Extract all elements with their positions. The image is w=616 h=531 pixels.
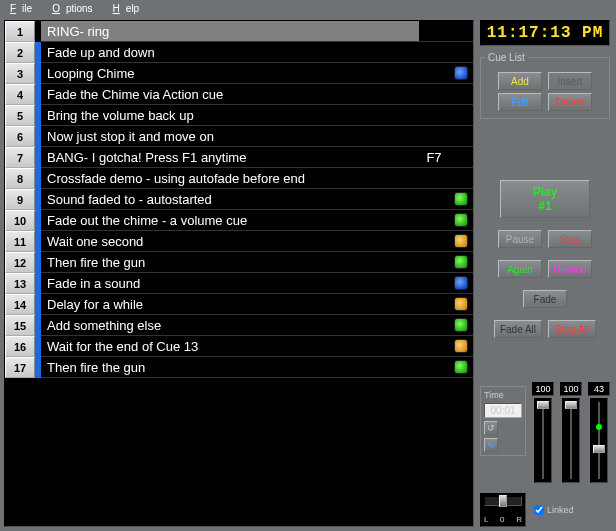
edit-button[interactable]: Edit bbox=[498, 93, 542, 111]
cue-description: Crossfade demo - using autofade before e… bbox=[41, 168, 419, 189]
add-button[interactable]: Add bbox=[498, 72, 542, 90]
cue-description: Then fire the gun bbox=[41, 357, 419, 378]
cue-list-legend: Cue List bbox=[485, 52, 528, 63]
clock-display: 11:17:13 PM bbox=[480, 20, 610, 46]
again-button[interactable]: Again bbox=[498, 260, 542, 278]
cue-number: 7 bbox=[5, 147, 35, 168]
cue-hotkey bbox=[419, 105, 449, 126]
cue-status-icon bbox=[449, 315, 473, 336]
cue-number: 14 bbox=[5, 294, 35, 315]
cue-number: 9 bbox=[5, 189, 35, 210]
pause-button[interactable]: Pause bbox=[498, 230, 542, 248]
cue-description: Wait for the end of Cue 13 bbox=[41, 336, 419, 357]
cue-number: 4 bbox=[5, 84, 35, 105]
cue-row[interactable]: 7BANG- I gotcha! Press F1 anytimeF7 bbox=[5, 147, 473, 168]
menu-file[interactable]: File bbox=[4, 2, 44, 15]
menu-options[interactable]: Options bbox=[46, 2, 104, 15]
cue-row[interactable]: 12Then fire the gun bbox=[5, 252, 473, 273]
cue-hotkey bbox=[419, 63, 449, 84]
play-button[interactable]: Play #1 bbox=[500, 180, 590, 218]
cue-number: 8 bbox=[5, 168, 35, 189]
cue-status-icon bbox=[449, 252, 473, 273]
cue-hotkey bbox=[419, 294, 449, 315]
cue-row[interactable]: 8Crossfade demo - using autofade before … bbox=[5, 168, 473, 189]
menu-help[interactable]: Help bbox=[107, 2, 152, 15]
cue-number: 11 bbox=[5, 231, 35, 252]
cue-row[interactable]: 9Sound faded to - autostarted bbox=[5, 189, 473, 210]
linked-checkbox-input[interactable] bbox=[534, 505, 544, 515]
time-reset-button[interactable]: ↺ bbox=[484, 421, 498, 435]
pan-c-label: 0 bbox=[500, 515, 504, 524]
cue-hotkey bbox=[419, 210, 449, 231]
cue-number: 10 bbox=[5, 210, 35, 231]
cue-hotkey: F7 bbox=[419, 147, 449, 168]
fader-section: Time 00:01 ↺ 100 100 43 bbox=[480, 382, 610, 483]
cue-number: 1 bbox=[5, 21, 35, 42]
cue-row[interactable]: 15Add something else bbox=[5, 315, 473, 336]
time-box: Time 00:01 ↺ bbox=[480, 386, 526, 456]
cue-description: Then fire the gun bbox=[41, 252, 419, 273]
cue-status-icon bbox=[449, 105, 473, 126]
cue-description: Sound faded to - autostarted bbox=[41, 189, 419, 210]
fader-slider-2[interactable] bbox=[562, 398, 580, 483]
time-label: Time bbox=[484, 390, 522, 400]
cue-row[interactable]: 4Fade the Chime via Action cue bbox=[5, 84, 473, 105]
cue-description: Bring the volume back up bbox=[41, 105, 419, 126]
cue-number: 12 bbox=[5, 252, 35, 273]
cue-number: 17 bbox=[5, 357, 35, 378]
time-link-button[interactable] bbox=[484, 438, 498, 452]
pan-panel: L 0 R bbox=[480, 493, 526, 527]
cue-description: BANG- I gotcha! Press F1 anytime bbox=[41, 147, 419, 168]
fade-all-button[interactable]: Fade All bbox=[494, 320, 542, 338]
cue-status-icon bbox=[449, 84, 473, 105]
cue-status-icon bbox=[449, 357, 473, 378]
cue-row[interactable]: 11Wait one second bbox=[5, 231, 473, 252]
cue-number: 2 bbox=[5, 42, 35, 63]
cue-status-icon bbox=[449, 147, 473, 168]
cue-hotkey bbox=[419, 42, 449, 63]
cue-hotkey bbox=[419, 126, 449, 147]
cue-description: Looping Chime bbox=[41, 63, 419, 84]
cue-row[interactable]: 10Fade out the chime - a volume cue bbox=[5, 210, 473, 231]
cue-status-icon bbox=[449, 294, 473, 315]
cue-hotkey bbox=[419, 252, 449, 273]
insert-button[interactable]: Insert bbox=[548, 72, 592, 90]
time-value[interactable]: 00:01 bbox=[484, 403, 522, 418]
cue-number: 16 bbox=[5, 336, 35, 357]
pan-slider[interactable] bbox=[484, 496, 522, 506]
fader-slider-1[interactable] bbox=[534, 398, 552, 483]
cue-row[interactable]: 14Delay for a while bbox=[5, 294, 473, 315]
cue-row[interactable]: 16Wait for the end of Cue 13 bbox=[5, 336, 473, 357]
cue-hotkey bbox=[419, 21, 449, 42]
cue-description: Wait one second bbox=[41, 231, 419, 252]
linked-checkbox[interactable]: Linked bbox=[534, 505, 574, 515]
cue-list-panel: Cue List Add Insert Edit Delete bbox=[480, 52, 610, 119]
cue-hotkey bbox=[419, 231, 449, 252]
fade-button[interactable]: Fade bbox=[523, 290, 567, 308]
cue-status-icon bbox=[449, 273, 473, 294]
delete-button[interactable]: Delete bbox=[548, 93, 592, 111]
cue-status-icon bbox=[449, 168, 473, 189]
cue-status-icon bbox=[449, 210, 473, 231]
cue-list[interactable]: 1RING- ring2Fade up and down3Looping Chi… bbox=[4, 20, 474, 527]
cue-row[interactable]: 13Fade in a sound bbox=[5, 273, 473, 294]
stop-button[interactable]: Stop bbox=[548, 230, 592, 248]
fader-slider-3[interactable] bbox=[590, 398, 608, 483]
cue-row[interactable]: 2Fade up and down bbox=[5, 42, 473, 63]
cue-row[interactable]: 3Looping Chime bbox=[5, 63, 473, 84]
cue-hotkey bbox=[419, 336, 449, 357]
cue-status-icon bbox=[449, 21, 473, 42]
cue-row[interactable]: 5Bring the volume back up bbox=[5, 105, 473, 126]
cue-number: 15 bbox=[5, 315, 35, 336]
cue-status-icon bbox=[449, 42, 473, 63]
stop-all-button[interactable]: Stop All bbox=[548, 320, 596, 338]
rewind-button[interactable]: Rewind bbox=[548, 260, 592, 278]
cue-description: Fade up and down bbox=[41, 42, 419, 63]
fader-value-3: 43 bbox=[588, 382, 610, 396]
cue-number: 5 bbox=[5, 105, 35, 126]
cue-description: Add something else bbox=[41, 315, 419, 336]
cue-row[interactable]: 1RING- ring bbox=[5, 21, 473, 42]
cue-row[interactable]: 6Now just stop it and move on bbox=[5, 126, 473, 147]
cue-row[interactable]: 17Then fire the gun bbox=[5, 357, 473, 378]
cue-status-icon bbox=[449, 336, 473, 357]
